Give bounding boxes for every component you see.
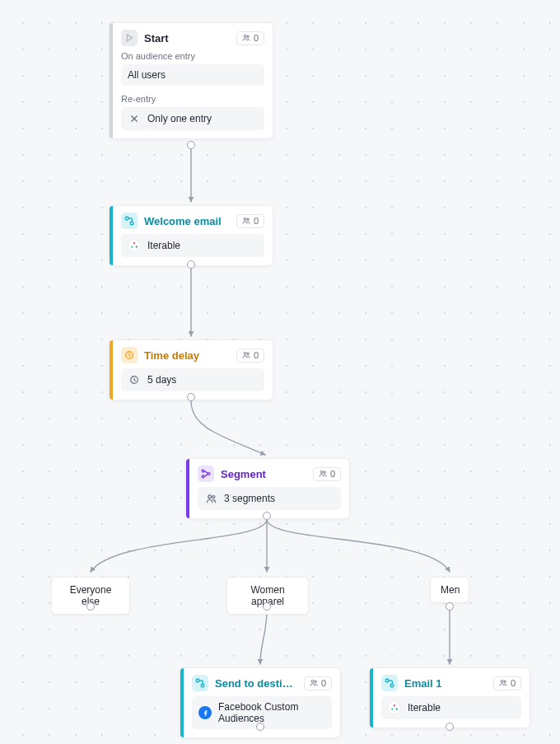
svg-point-29 <box>315 681 316 682</box>
node-time-delay[interactable]: Time delay 0 5 days <box>109 339 273 400</box>
clock-icon <box>128 373 141 386</box>
svg-point-32 <box>501 680 503 682</box>
svg-point-36 <box>396 709 398 710</box>
node-segment[interactable]: Segment 0 3 segments <box>185 458 350 519</box>
users-count-badge: 0 <box>236 214 264 228</box>
users-icon <box>319 470 327 478</box>
flow-icon <box>192 675 208 691</box>
svg-point-12 <box>133 242 135 244</box>
node-title: Segment <box>221 468 306 480</box>
svg-rect-31 <box>390 684 393 686</box>
svg-point-10 <box>244 218 246 220</box>
reentry-label: Re-entry <box>121 94 264 104</box>
svg-rect-27 <box>201 684 203 686</box>
port-out[interactable] <box>86 602 95 611</box>
play-icon <box>121 30 138 46</box>
svg-point-20 <box>202 475 204 478</box>
port-out[interactable] <box>446 602 454 611</box>
node-title: Send to destination <box>215 677 297 690</box>
svg-point-17 <box>247 353 249 354</box>
iterable-icon <box>128 239 141 252</box>
split-icon <box>198 466 214 482</box>
audience-value: All users <box>128 69 166 81</box>
close-icon <box>128 112 141 125</box>
port-out[interactable] <box>263 512 271 520</box>
node-stripe <box>110 206 113 265</box>
svg-rect-9 <box>130 222 133 224</box>
svg-point-19 <box>202 470 204 472</box>
users-count-badge: 0 <box>236 31 264 45</box>
port-out[interactable] <box>256 723 264 731</box>
svg-point-22 <box>320 470 323 473</box>
node-stripe <box>180 668 184 737</box>
branch-men[interactable]: Men <box>430 577 469 603</box>
svg-point-35 <box>391 709 393 710</box>
audience-entry-label: On audience entry <box>121 51 264 61</box>
node-welcome-email[interactable]: Welcome email 0 Iterable <box>109 205 273 266</box>
node-stripe <box>186 459 189 518</box>
reentry-value: Only one entry <box>147 113 212 124</box>
provider-name: Iterable <box>408 702 441 714</box>
port-out[interactable] <box>446 723 454 731</box>
svg-point-24 <box>208 494 211 498</box>
iterable-icon <box>388 701 401 714</box>
provider-name: Iterable <box>147 240 180 251</box>
svg-point-5 <box>247 35 249 37</box>
port-out[interactable] <box>263 602 271 611</box>
node-title: Time delay <box>144 349 230 362</box>
count-value: 0 <box>254 34 259 43</box>
segments-summary: 3 segments <box>224 493 275 504</box>
provider-pill[interactable]: Iterable <box>121 234 264 257</box>
destination-name: Facebook Custom Audiences <box>218 701 325 724</box>
svg-rect-30 <box>385 679 388 681</box>
svg-point-23 <box>324 471 325 473</box>
reentry-pill[interactable]: Only one entry <box>121 107 264 130</box>
users-count-badge: 0 <box>313 467 341 481</box>
port-out[interactable] <box>187 141 195 149</box>
svg-rect-26 <box>196 679 198 681</box>
users-icon <box>310 679 318 687</box>
users-count-badge: 0 <box>493 676 521 690</box>
count-value: 0 <box>254 217 259 226</box>
flow-icon <box>121 213 138 229</box>
port-out[interactable] <box>187 260 195 269</box>
svg-point-13 <box>131 246 133 248</box>
node-stripe <box>110 340 113 400</box>
users-icon <box>242 351 250 359</box>
svg-point-28 <box>311 680 314 682</box>
svg-point-4 <box>244 35 246 37</box>
count-value: 0 <box>511 679 516 688</box>
users-icon <box>204 492 217 505</box>
svg-point-14 <box>136 246 138 248</box>
facebook-icon <box>198 706 212 719</box>
delay-value: 5 days <box>147 374 176 386</box>
node-stripe <box>370 668 373 728</box>
svg-point-11 <box>247 218 249 220</box>
delay-pill[interactable]: 5 days <box>121 368 264 391</box>
users-count-badge: 0 <box>236 349 264 363</box>
svg-point-34 <box>394 704 395 706</box>
node-title: Start <box>144 32 230 44</box>
svg-point-25 <box>212 495 214 498</box>
connectors <box>0 0 560 744</box>
users-icon <box>242 34 250 42</box>
svg-point-16 <box>244 352 246 354</box>
branch-label: Men <box>441 584 460 596</box>
audience-pill[interactable]: All users <box>121 64 264 86</box>
port-out[interactable] <box>187 393 195 401</box>
count-value: 0 <box>330 470 335 479</box>
node-stripe <box>110 23 113 138</box>
provider-pill[interactable]: Iterable <box>381 696 521 719</box>
node-start[interactable]: Start 0 On audience entry All users Re-e… <box>109 22 273 139</box>
segments-pill[interactable]: 3 segments <box>198 487 341 510</box>
node-title: Email 1 <box>404 677 487 690</box>
users-icon <box>499 679 507 687</box>
flow-icon <box>381 675 398 691</box>
clock-icon <box>121 347 138 363</box>
users-count-badge: 0 <box>304 676 332 690</box>
node-title: Welcome email <box>144 215 230 227</box>
count-value: 0 <box>321 679 326 688</box>
node-email-1[interactable]: Email 1 0 Iterable <box>369 667 530 728</box>
svg-point-33 <box>504 681 506 682</box>
users-icon <box>242 217 250 225</box>
